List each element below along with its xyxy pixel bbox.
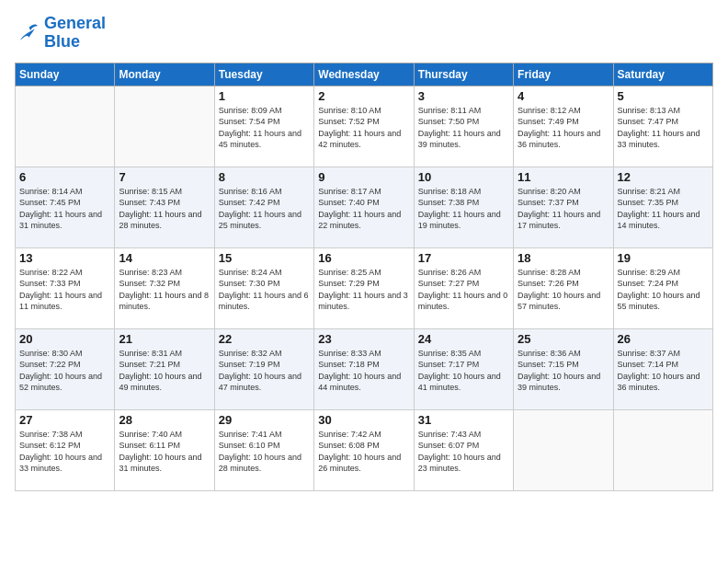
day-number: 7 — [119, 170, 210, 184]
day-number: 3 — [418, 89, 509, 103]
day-info: Sunrise: 8:20 AM Sunset: 7:37 PM Dayligh… — [518, 186, 609, 232]
calendar-cell: 26Sunrise: 8:37 AM Sunset: 7:14 PM Dayli… — [613, 328, 712, 409]
day-number: 13 — [19, 251, 110, 265]
calendar-cell: 14Sunrise: 8:23 AM Sunset: 7:32 PM Dayli… — [115, 247, 214, 328]
day-info: Sunrise: 8:17 AM Sunset: 7:40 PM Dayligh… — [318, 186, 409, 232]
calendar-cell: 18Sunrise: 8:28 AM Sunset: 7:26 PM Dayli… — [514, 247, 613, 328]
calendar-cell: 25Sunrise: 8:36 AM Sunset: 7:15 PM Dayli… — [514, 328, 613, 409]
day-number: 21 — [119, 332, 210, 346]
day-info: Sunrise: 8:14 AM Sunset: 7:45 PM Dayligh… — [19, 186, 110, 232]
day-info: Sunrise: 8:35 AM Sunset: 7:17 PM Dayligh… — [418, 348, 509, 394]
day-number: 31 — [418, 413, 509, 427]
day-info: Sunrise: 8:16 AM Sunset: 7:42 PM Dayligh… — [219, 186, 310, 232]
day-info: Sunrise: 8:31 AM Sunset: 7:21 PM Dayligh… — [119, 348, 210, 394]
logo: General Blue — [15, 15, 106, 52]
col-header-sunday: Sunday — [16, 63, 115, 86]
calendar-cell — [16, 86, 115, 167]
logo-text-line1: General — [44, 15, 106, 33]
day-number: 15 — [219, 251, 310, 265]
day-info: Sunrise: 8:37 AM Sunset: 7:14 PM Dayligh… — [618, 348, 709, 394]
day-number: 25 — [518, 332, 609, 346]
day-number: 8 — [219, 170, 310, 184]
calendar-cell: 19Sunrise: 8:29 AM Sunset: 7:24 PM Dayli… — [613, 247, 712, 328]
calendar-cell: 30Sunrise: 7:42 AM Sunset: 6:08 PM Dayli… — [314, 409, 414, 490]
day-info: Sunrise: 8:21 AM Sunset: 7:35 PM Dayligh… — [618, 186, 709, 232]
calendar-cell: 2Sunrise: 8:10 AM Sunset: 7:52 PM Daylig… — [314, 86, 414, 167]
day-info: Sunrise: 8:12 AM Sunset: 7:49 PM Dayligh… — [518, 105, 609, 151]
day-info: Sunrise: 8:24 AM Sunset: 7:30 PM Dayligh… — [219, 267, 310, 313]
calendar-cell — [613, 409, 712, 490]
calendar-cell: 21Sunrise: 8:31 AM Sunset: 7:21 PM Dayli… — [115, 328, 214, 409]
calendar-cell: 5Sunrise: 8:13 AM Sunset: 7:47 PM Daylig… — [613, 86, 712, 167]
day-info: Sunrise: 8:28 AM Sunset: 7:26 PM Dayligh… — [518, 267, 609, 313]
day-number: 22 — [219, 332, 310, 346]
day-info: Sunrise: 8:25 AM Sunset: 7:29 PM Dayligh… — [318, 267, 409, 313]
day-info: Sunrise: 8:29 AM Sunset: 7:24 PM Dayligh… — [618, 267, 709, 313]
day-info: Sunrise: 8:13 AM Sunset: 7:47 PM Dayligh… — [618, 105, 709, 151]
col-header-friday: Friday — [514, 63, 613, 86]
calendar-cell: 17Sunrise: 8:26 AM Sunset: 7:27 PM Dayli… — [414, 247, 513, 328]
calendar-table: SundayMondayTuesdayWednesdayThursdayFrid… — [15, 63, 713, 491]
day-number: 19 — [618, 251, 709, 265]
day-number: 11 — [518, 170, 609, 184]
calendar-cell: 6Sunrise: 8:14 AM Sunset: 7:45 PM Daylig… — [16, 167, 115, 247]
col-header-wednesday: Wednesday — [314, 63, 414, 86]
day-number: 2 — [318, 89, 409, 103]
day-number: 30 — [318, 413, 409, 427]
day-info: Sunrise: 8:30 AM Sunset: 7:22 PM Dayligh… — [19, 348, 110, 394]
calendar-cell: 16Sunrise: 8:25 AM Sunset: 7:29 PM Dayli… — [314, 247, 414, 328]
calendar-cell: 27Sunrise: 7:38 AM Sunset: 6:12 PM Dayli… — [16, 409, 115, 490]
calendar-cell: 31Sunrise: 7:43 AM Sunset: 6:07 PM Dayli… — [414, 409, 513, 490]
day-info: Sunrise: 8:15 AM Sunset: 7:43 PM Dayligh… — [119, 186, 210, 232]
col-header-tuesday: Tuesday — [214, 63, 313, 86]
calendar-cell: 13Sunrise: 8:22 AM Sunset: 7:33 PM Dayli… — [16, 247, 115, 328]
calendar-header-row: SundayMondayTuesdayWednesdayThursdayFrid… — [16, 63, 713, 86]
day-number: 9 — [318, 170, 409, 184]
day-number: 1 — [219, 89, 310, 103]
calendar-cell: 20Sunrise: 8:30 AM Sunset: 7:22 PM Dayli… — [16, 328, 115, 409]
day-number: 12 — [618, 170, 709, 184]
calendar-cell: 24Sunrise: 8:35 AM Sunset: 7:17 PM Dayli… — [414, 328, 513, 409]
calendar-cell: 8Sunrise: 8:16 AM Sunset: 7:42 PM Daylig… — [214, 167, 313, 247]
calendar-week-row: 6Sunrise: 8:14 AM Sunset: 7:45 PM Daylig… — [16, 167, 713, 247]
day-number: 23 — [318, 332, 409, 346]
day-info: Sunrise: 8:22 AM Sunset: 7:33 PM Dayligh… — [19, 267, 110, 313]
day-info: Sunrise: 7:43 AM Sunset: 6:07 PM Dayligh… — [418, 429, 509, 475]
day-info: Sunrise: 7:42 AM Sunset: 6:08 PM Dayligh… — [318, 429, 409, 475]
day-info: Sunrise: 8:36 AM Sunset: 7:15 PM Dayligh… — [518, 348, 609, 394]
col-header-thursday: Thursday — [414, 63, 513, 86]
col-header-saturday: Saturday — [613, 63, 712, 86]
calendar-week-row: 13Sunrise: 8:22 AM Sunset: 7:33 PM Dayli… — [16, 247, 713, 328]
day-info: Sunrise: 8:26 AM Sunset: 7:27 PM Dayligh… — [418, 267, 509, 313]
calendar-cell: 11Sunrise: 8:20 AM Sunset: 7:37 PM Dayli… — [514, 167, 613, 247]
day-number: 20 — [19, 332, 110, 346]
calendar-cell: 22Sunrise: 8:32 AM Sunset: 7:19 PM Dayli… — [214, 328, 313, 409]
day-number: 24 — [418, 332, 509, 346]
calendar-week-row: 27Sunrise: 7:38 AM Sunset: 6:12 PM Dayli… — [16, 409, 713, 490]
day-number: 29 — [219, 413, 310, 427]
day-number: 26 — [618, 332, 709, 346]
calendar-cell — [514, 409, 613, 490]
day-number: 5 — [618, 89, 709, 103]
calendar-cell: 3Sunrise: 8:11 AM Sunset: 7:50 PM Daylig… — [414, 86, 513, 167]
calendar-week-row: 20Sunrise: 8:30 AM Sunset: 7:22 PM Dayli… — [16, 328, 713, 409]
day-info: Sunrise: 8:23 AM Sunset: 7:32 PM Dayligh… — [119, 267, 210, 313]
day-number: 16 — [318, 251, 409, 265]
page-header: General Blue — [15, 15, 713, 52]
calendar-week-row: 1Sunrise: 8:09 AM Sunset: 7:54 PM Daylig… — [16, 86, 713, 167]
day-info: Sunrise: 8:11 AM Sunset: 7:50 PM Dayligh… — [418, 105, 509, 151]
calendar-cell: 12Sunrise: 8:21 AM Sunset: 7:35 PM Dayli… — [613, 167, 712, 247]
day-info: Sunrise: 8:09 AM Sunset: 7:54 PM Dayligh… — [219, 105, 310, 151]
day-info: Sunrise: 8:18 AM Sunset: 7:38 PM Dayligh… — [418, 186, 509, 232]
day-info: Sunrise: 8:32 AM Sunset: 7:19 PM Dayligh… — [219, 348, 310, 394]
calendar-cell: 1Sunrise: 8:09 AM Sunset: 7:54 PM Daylig… — [214, 86, 313, 167]
day-info: Sunrise: 8:10 AM Sunset: 7:52 PM Dayligh… — [318, 105, 409, 151]
day-number: 17 — [418, 251, 509, 265]
day-number: 14 — [119, 251, 210, 265]
calendar-cell: 4Sunrise: 8:12 AM Sunset: 7:49 PM Daylig… — [514, 86, 613, 167]
logo-text-line2: Blue — [44, 33, 106, 52]
day-number: 4 — [518, 89, 609, 103]
calendar-cell: 29Sunrise: 7:41 AM Sunset: 6:10 PM Dayli… — [214, 409, 313, 490]
day-number: 28 — [119, 413, 210, 427]
day-number: 27 — [19, 413, 110, 427]
